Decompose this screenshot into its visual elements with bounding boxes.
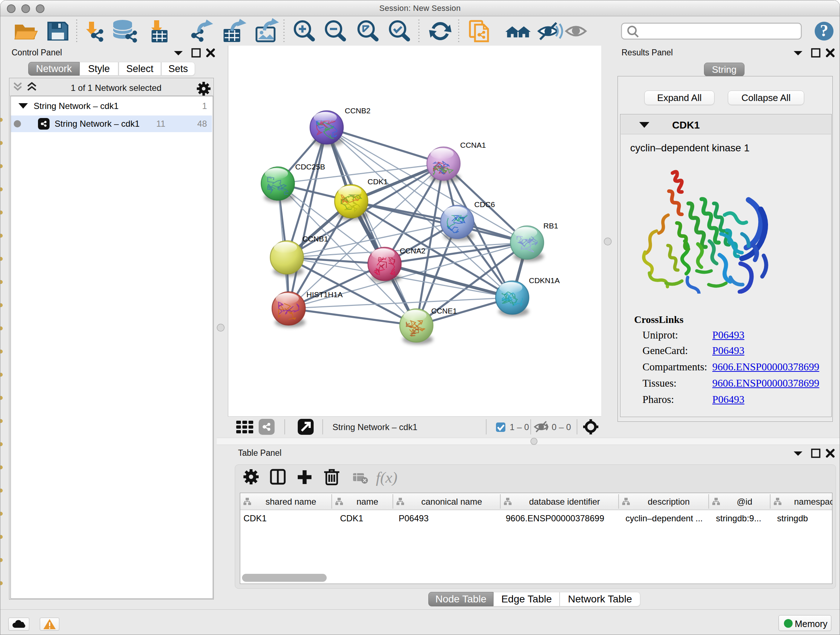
svg-text:name: name bbox=[356, 497, 378, 507]
svg-text:CCNA1: CCNA1 bbox=[460, 141, 486, 149]
svg-text:CCNA2: CCNA2 bbox=[400, 247, 425, 255]
svg-text:1 – 0: 1 – 0 bbox=[510, 422, 529, 432]
svg-text:CDC25B: CDC25B bbox=[295, 163, 325, 171]
svg-text:CCNB2: CCNB2 bbox=[345, 106, 370, 115]
svg-text:RB1: RB1 bbox=[543, 222, 558, 230]
svg-text:namespace: namespace bbox=[794, 497, 832, 507]
svg-text:HIST1H1A: HIST1H1A bbox=[306, 290, 343, 299]
svg-text:CCNB1: CCNB1 bbox=[302, 234, 328, 243]
svg-text:@id: @id bbox=[737, 497, 752, 507]
svg-text:0 – 0: 0 – 0 bbox=[552, 422, 571, 432]
svg-text:CDKN1A: CDKN1A bbox=[529, 276, 560, 285]
svg-text:database identifier: database identifier bbox=[529, 497, 600, 507]
svg-text:shared name: shared name bbox=[265, 497, 316, 507]
svg-text:CDC6: CDC6 bbox=[474, 200, 495, 209]
svg-text:f(x): f(x) bbox=[376, 469, 398, 486]
svg-text:canonical name: canonical name bbox=[421, 497, 482, 507]
svg-text:CCNE1: CCNE1 bbox=[431, 307, 457, 315]
svg-text:CDK1: CDK1 bbox=[368, 177, 388, 186]
svg-text:description: description bbox=[647, 497, 690, 507]
svg-text:?: ? bbox=[820, 21, 829, 40]
svg-text:String Network – cdk1: String Network – cdk1 bbox=[332, 422, 417, 432]
